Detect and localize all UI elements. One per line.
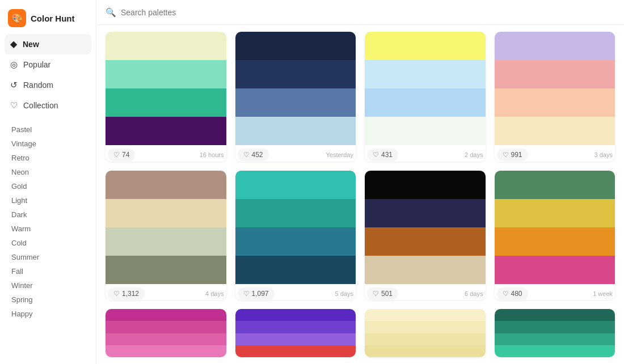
palette-colors-11 bbox=[365, 309, 486, 357]
palette-colors-2 bbox=[235, 32, 356, 145]
nav-item-popular[interactable]: ◎ Popular bbox=[5, 54, 91, 75]
swatch bbox=[365, 333, 486, 345]
palette-card-8[interactable]: ♡ 480 1 week bbox=[495, 171, 615, 300]
palette-card-3[interactable]: ♡ 431 2 days bbox=[365, 32, 486, 162]
swatch bbox=[106, 199, 226, 227]
swatch bbox=[106, 227, 226, 256]
palette-card-11[interactable] bbox=[365, 309, 486, 357]
search-icon: 🔍 bbox=[106, 7, 116, 18]
like-button-2[interactable]: ♡ 452 bbox=[238, 149, 269, 161]
tag-pastel[interactable]: Pastel bbox=[8, 122, 90, 137]
logo-icon: 🎨 bbox=[8, 9, 26, 27]
time-label-6: 5 days bbox=[335, 290, 353, 297]
like-button-7[interactable]: ♡ 501 bbox=[367, 287, 398, 300]
swatch bbox=[235, 60, 356, 88]
swatch bbox=[106, 256, 226, 284]
palette-card-12[interactable] bbox=[495, 309, 615, 357]
main-content: 🔍 ♡ 74 16 hours ♡ 452 bbox=[96, 0, 624, 364]
palette-colors-10 bbox=[235, 309, 356, 357]
search-input[interactable] bbox=[121, 8, 615, 17]
swatch bbox=[495, 117, 615, 145]
palette-colors-3 bbox=[365, 32, 486, 145]
palette-card-10[interactable] bbox=[235, 309, 356, 357]
palette-meta-3: ♡ 431 2 days bbox=[365, 145, 486, 162]
swatch bbox=[235, 32, 356, 60]
like-count-7: 501 bbox=[381, 290, 393, 298]
swatch bbox=[495, 256, 615, 284]
palette-meta-4: ♡ 991 3 days bbox=[495, 145, 615, 162]
tag-dark[interactable]: Dark bbox=[8, 208, 90, 222]
palette-meta-8: ♡ 480 1 week bbox=[495, 284, 615, 300]
palette-meta-6: ♡ 1,097 5 days bbox=[235, 284, 356, 300]
swatch bbox=[365, 199, 486, 227]
tag-spring[interactable]: Spring bbox=[8, 293, 90, 307]
nav-main: ◆ New ◎ Popular ↺ Random ♡ Collection bbox=[0, 34, 96, 116]
tag-happy[interactable]: Happy bbox=[8, 307, 90, 321]
like-button-1[interactable]: ♡ 74 bbox=[108, 149, 135, 161]
palette-colors-8 bbox=[495, 171, 615, 284]
swatch bbox=[235, 256, 356, 284]
like-count-6: 1,097 bbox=[252, 290, 269, 298]
swatch bbox=[495, 199, 615, 227]
swatch bbox=[365, 227, 486, 256]
like-button-5[interactable]: ♡ 1,312 bbox=[108, 287, 145, 300]
palette-card-5[interactable]: ♡ 1,312 4 days bbox=[106, 171, 226, 300]
swatch bbox=[365, 60, 486, 88]
time-label-2: Yesterday bbox=[326, 151, 353, 158]
swatch bbox=[106, 117, 226, 145]
palette-card-2[interactable]: ♡ 452 Yesterday bbox=[235, 32, 356, 162]
nav-item-collection[interactable]: ♡ Collection bbox=[5, 95, 91, 116]
tag-vintage[interactable]: Vintage bbox=[8, 137, 90, 151]
tag-fall[interactable]: Fall bbox=[8, 264, 90, 278]
swatch bbox=[495, 88, 615, 117]
palette-card-6[interactable]: ♡ 1,097 5 days bbox=[235, 171, 356, 300]
nav-item-new[interactable]: ◆ New bbox=[5, 34, 91, 54]
like-count-4: 991 bbox=[511, 151, 522, 159]
palette-colors-4 bbox=[495, 32, 615, 145]
tag-gold[interactable]: Gold bbox=[8, 179, 90, 193]
tag-summer[interactable]: Summer bbox=[8, 250, 90, 264]
tag-warm[interactable]: Warm bbox=[8, 222, 90, 236]
nav-label-collection: Collection bbox=[23, 101, 58, 110]
tag-retro[interactable]: Retro bbox=[8, 151, 90, 165]
palette-meta-1: ♡ 74 16 hours bbox=[106, 145, 226, 162]
palette-colors-1 bbox=[106, 32, 226, 145]
time-label-3: 2 days bbox=[465, 151, 483, 158]
swatch bbox=[106, 32, 226, 60]
tag-neon[interactable]: Neon bbox=[8, 165, 90, 179]
swatch bbox=[365, 256, 486, 284]
palette-card-9[interactable] bbox=[106, 309, 226, 357]
tag-cold[interactable]: Cold bbox=[8, 236, 90, 250]
swatch bbox=[235, 117, 356, 145]
like-count-2: 452 bbox=[252, 151, 263, 159]
sidebar: 🎨 Color Hunt ◆ New ◎ Popular ↺ Random ♡ … bbox=[0, 0, 96, 364]
palette-colors-5 bbox=[106, 171, 226, 284]
palette-meta-7: ♡ 501 6 days bbox=[365, 284, 486, 300]
like-button-3[interactable]: ♡ 431 bbox=[367, 149, 398, 161]
search-bar: 🔍 bbox=[96, 0, 624, 25]
palette-grid: ♡ 74 16 hours ♡ 452 Yesterday bbox=[96, 25, 624, 364]
nav-label-new: New bbox=[23, 40, 39, 49]
tag-section: Pastel Vintage Retro Neon Gold Light Dar… bbox=[0, 116, 96, 323]
like-count-5: 1,312 bbox=[122, 290, 139, 298]
swatch bbox=[106, 345, 226, 357]
swatch bbox=[235, 345, 356, 357]
like-button-8[interactable]: ♡ 480 bbox=[497, 287, 528, 300]
diamond-icon: ◆ bbox=[10, 39, 17, 49]
tag-winter[interactable]: Winter bbox=[8, 278, 90, 293]
nav-label-popular: Popular bbox=[23, 60, 50, 69]
swatch bbox=[495, 309, 615, 321]
swatch bbox=[365, 321, 486, 333]
swatch bbox=[235, 88, 356, 117]
swatch bbox=[365, 309, 486, 321]
like-button-4[interactable]: ♡ 991 bbox=[497, 149, 528, 161]
palette-card-4[interactable]: ♡ 991 3 days bbox=[495, 32, 615, 162]
nav-label-random: Random bbox=[23, 81, 53, 90]
popular-icon: ◎ bbox=[10, 60, 18, 70]
palette-card-7[interactable]: ♡ 501 6 days bbox=[365, 171, 486, 300]
like-button-6[interactable]: ♡ 1,097 bbox=[238, 287, 275, 300]
tag-light[interactable]: Light bbox=[8, 193, 90, 208]
palette-card-1[interactable]: ♡ 74 16 hours bbox=[106, 32, 226, 162]
heart-icon: ♡ bbox=[10, 100, 18, 111]
nav-item-random[interactable]: ↺ Random bbox=[5, 75, 91, 95]
